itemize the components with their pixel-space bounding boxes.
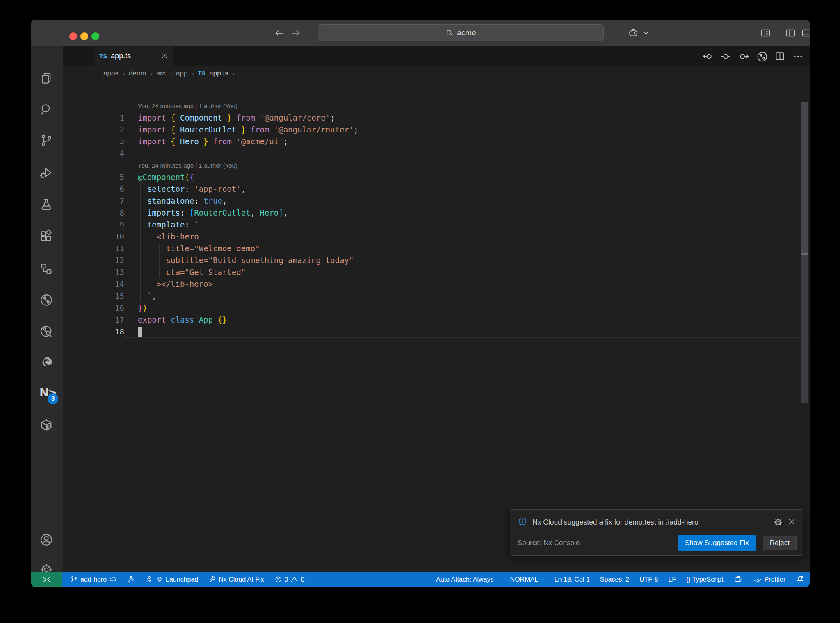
run-debug-icon[interactable]	[39, 166, 54, 180]
maximize-window-button[interactable]	[91, 32, 99, 40]
code-line: 14 ></lib-hero>	[63, 278, 810, 290]
scrollbar-thumb[interactable]	[801, 102, 808, 253]
split-editor-icon[interactable]	[774, 51, 785, 62]
remote-indicator[interactable]	[31, 572, 62, 587]
problems-status[interactable]: 0 0	[274, 575, 305, 583]
rocket-icon	[145, 575, 153, 584]
reject-button[interactable]: Reject	[763, 536, 797, 550]
minimize-window-button[interactable]	[80, 32, 88, 40]
next-change-icon[interactable]	[738, 51, 749, 62]
containers-icon[interactable]	[39, 418, 54, 433]
warning-icon	[290, 575, 298, 583]
tab-bar: TS app.ts	[63, 46, 810, 66]
breadcrumb-item-demo[interactable]: demo	[129, 69, 146, 77]
vim-mode-status[interactable]: -- NORMAL --	[504, 576, 544, 583]
tab-close-icon[interactable]	[161, 52, 168, 59]
extensions-icon[interactable]	[39, 229, 54, 244]
notification-toast: Nx Cloud suggested a fix for demo:test i…	[510, 509, 803, 556]
block-cursor	[138, 327, 142, 337]
code-line: 1import { Component } from '@angular/cor…	[63, 112, 810, 124]
copilot-icon[interactable]	[628, 27, 639, 39]
code-line: 6 selector: 'app-root',	[63, 183, 810, 195]
command-center-search[interactable]: acme	[318, 24, 604, 41]
line-number: 3	[63, 136, 124, 148]
eol-status[interactable]: LF	[668, 576, 676, 583]
gitlens-icon[interactable]	[39, 293, 54, 308]
indent-guide	[140, 183, 141, 302]
language-status[interactable]: {} TypeScript	[686, 576, 723, 583]
testing-icon[interactable]	[39, 198, 54, 212]
auto-attach-status[interactable]: Auto Attach: Always	[436, 576, 494, 583]
prettier-status[interactable]: Prettier	[753, 575, 785, 584]
git-branch-status[interactable]: add-hero	[70, 575, 117, 583]
forward-button[interactable]	[291, 28, 301, 39]
code-line: 5@Component({	[63, 171, 810, 183]
code-line: 10 <lib-hero	[63, 231, 810, 243]
breadcrumb-item-more[interactable]: ...	[239, 69, 244, 77]
line-number: 15	[63, 290, 124, 302]
line-number: 11	[63, 243, 124, 255]
line-number: 12	[63, 255, 124, 266]
chevron-right-icon: ›	[150, 70, 152, 77]
code-line: 7 standalone: true,	[63, 195, 810, 207]
breadcrumb: apps › demo › src › app › TS app.ts › ..…	[63, 66, 810, 81]
breadcrumb-item-src[interactable]: src	[156, 69, 166, 77]
code-line: 8 imports: [RouterOutlet, Hero],	[63, 207, 810, 219]
copilot-status[interactable]	[733, 575, 743, 584]
breadcrumb-item-app[interactable]: app	[176, 69, 187, 77]
commit-graph-status[interactable]	[127, 575, 135, 583]
nx-console-icon[interactable]: N> 3	[39, 386, 54, 401]
breadcrumb-item-apps[interactable]: apps	[103, 69, 119, 77]
code-line: 13 cta="Get Started"	[63, 266, 810, 278]
code-line: 17export class App {}	[63, 314, 810, 326]
explorer-icon[interactable]	[39, 72, 54, 86]
gitlens-inspect-icon[interactable]	[39, 325, 54, 339]
toggle-panel-left-icon[interactable]	[785, 27, 796, 39]
nx-cloud-fix-status[interactable]: Nx Cloud AI Fix	[208, 575, 264, 583]
gitlens-graph-icon[interactable]	[756, 51, 767, 62]
chevron-right-icon: ›	[192, 70, 194, 77]
account-icon[interactable]	[39, 533, 54, 548]
more-actions-icon[interactable]	[792, 51, 803, 62]
search-icon	[445, 29, 454, 37]
show-suggested-fix-button[interactable]: Show Suggested Fix	[678, 535, 756, 551]
toggle-panel-bottom-icon[interactable]	[801, 27, 810, 39]
launchpad-status[interactable]: Launchpad	[145, 575, 198, 584]
indent-guide	[150, 231, 150, 290]
chevron-right-icon: ›	[123, 70, 125, 77]
title-bar: acme	[31, 20, 810, 46]
chevron-down-icon[interactable]	[643, 30, 649, 36]
info-icon	[518, 516, 527, 528]
breadcrumb-item-file[interactable]: app.ts	[209, 69, 228, 77]
indentation-status[interactable]: Spaces: 2	[600, 576, 629, 583]
plug-icon	[156, 576, 163, 583]
close-window-button[interactable]	[69, 32, 77, 40]
workspace-structure-icon[interactable]	[39, 262, 54, 277]
notification-close-icon[interactable]	[788, 518, 797, 527]
tab-app-ts[interactable]: TS app.ts	[94, 46, 173, 66]
chevron-right-icon: ›	[233, 70, 235, 77]
wrench-icon	[208, 575, 216, 583]
encoding-status[interactable]: UTF-8	[639, 576, 658, 583]
copilot-icon	[733, 575, 743, 584]
scrollbar-thumb-lower[interactable]	[801, 255, 808, 403]
source-control-icon[interactable]	[39, 133, 54, 148]
edge-tools-icon[interactable]	[39, 355, 54, 370]
code-line: 3import { Hero } from '@acme/ui';	[63, 136, 810, 148]
customize-layout-icon[interactable]	[760, 27, 771, 39]
previous-change-icon[interactable]	[702, 51, 713, 62]
notification-settings-gear-icon[interactable]	[774, 518, 783, 527]
blame-annotation-row: You, 24 minutes ago | 1 author (You)	[63, 100, 810, 112]
back-button[interactable]	[274, 28, 284, 39]
search-view-icon[interactable]	[39, 102, 54, 117]
notification-source: Source: Nx Console	[518, 539, 671, 547]
notifications-bell[interactable]	[796, 575, 804, 584]
cursor-position-status[interactable]: Ln 18, Col 1	[555, 576, 590, 583]
line-number: 10	[63, 231, 124, 243]
activity-bar: N> 3	[31, 46, 63, 572]
status-bar: add-hero Launchpad Nx Cloud AI Fix	[31, 572, 810, 587]
line-number: 14	[63, 278, 124, 290]
commit-icon[interactable]	[720, 51, 731, 62]
nx-badge: 3	[48, 393, 58, 404]
typescript-file-icon: TS	[99, 52, 107, 59]
